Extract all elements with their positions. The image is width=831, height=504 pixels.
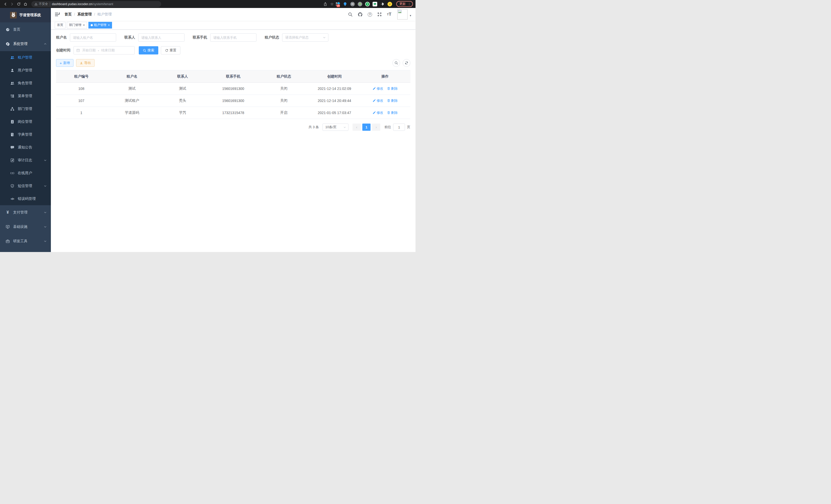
dot-extension-icon[interactable] — [358, 2, 362, 6]
share-icon[interactable] — [322, 1, 328, 7]
delete-link[interactable]: 删除 — [387, 98, 398, 103]
goto-page-input[interactable] — [393, 124, 405, 131]
cell-tenant-name: 芋道源码 — [107, 107, 157, 119]
chat-extension-icon[interactable] — [373, 2, 377, 6]
edit-link[interactable]: 修改 — [373, 111, 383, 115]
close-icon[interactable]: × — [108, 23, 110, 27]
tab-label: 首页 — [57, 23, 63, 27]
user-menu[interactable]: ▼ — [397, 9, 412, 20]
sidebar-item-system[interactable]: 系统管理 — [0, 37, 51, 51]
sidebar-logo[interactable]: 芋道管理系统 — [0, 8, 51, 22]
y-extension-icon[interactable]: Y — [365, 2, 370, 6]
cell-status: 关闭 — [258, 95, 309, 107]
close-icon[interactable]: × — [83, 23, 85, 27]
sidebar-item-devtools[interactable]: 研发工具 — [0, 234, 51, 248]
sidebar-item-post[interactable]: 岗位管理 — [0, 115, 51, 128]
field-label: 联系人 — [124, 35, 138, 40]
add-button[interactable]: + 新增 — [56, 59, 74, 67]
pagination: 共 3 条 10条/页 ‹ 1 › 前往 页 — [56, 124, 410, 131]
roles-users-icon — [10, 81, 15, 85]
sidebar-item-sms[interactable]: 短信管理 — [0, 180, 51, 192]
code-icon: </> — [10, 197, 15, 200]
total-count: 共 3 条 — [309, 125, 319, 129]
sidebar-item-audit-log[interactable]: 审计日志 — [0, 154, 51, 167]
ext-inner-dot — [359, 3, 361, 5]
export-button[interactable]: 导出 — [76, 59, 94, 67]
cell-mobile: 15601691300 — [208, 83, 258, 95]
sidebar-item-tenant[interactable]: 租户管理 — [0, 51, 51, 64]
edit-link[interactable]: 修改 — [373, 98, 383, 103]
fullscreen-icon[interactable] — [377, 12, 382, 17]
tenant-name-input[interactable] — [70, 33, 116, 41]
sidebar-item-online-user[interactable]: 在线用户 — [0, 167, 51, 180]
font-size-icon[interactable]: TT — [387, 12, 391, 17]
breadcrumb-home[interactable]: 首页 — [64, 12, 72, 17]
refresh-table-button[interactable] — [403, 59, 410, 67]
reset-button[interactable]: 重置 — [161, 46, 180, 55]
breadcrumb-section[interactable]: 系统管理 — [77, 12, 92, 17]
date-range-picker[interactable]: 开始日期 - 结束日期 — [74, 46, 135, 55]
github-icon[interactable] — [358, 12, 363, 17]
reload-icon[interactable] — [16, 1, 22, 7]
table-row: 107 测试租户 秃头 15601691300 关闭 2021-12-14 20… — [56, 95, 410, 107]
next-page-button[interactable]: › — [372, 124, 380, 131]
help-icon[interactable]: ? — [368, 12, 372, 17]
sidebar-item-infra[interactable]: 基础设施 — [0, 219, 51, 234]
chrome-update-button[interactable]: 更新 ⋮ — [396, 1, 413, 7]
delete-link[interactable]: 删除 — [387, 111, 398, 115]
end-date-placeholder: 结束日期 — [101, 48, 115, 53]
map-pin-extension-icon[interactable] — [343, 2, 347, 6]
chevron-down-icon — [44, 211, 47, 214]
browser-menu-icon[interactable]: ⋮ — [407, 2, 411, 6]
gear-icon — [6, 42, 10, 46]
sidebar-item-dict[interactable]: 字典管理 — [0, 128, 51, 141]
contact-input[interactable] — [138, 33, 184, 41]
status-select[interactable]: 请选择租户状态 — [282, 33, 328, 41]
calendar-icon — [76, 49, 80, 52]
chevron-down-icon — [323, 36, 326, 39]
briefcase-icon — [6, 239, 10, 243]
sidebar-item-menu[interactable]: 菜单管理 — [0, 90, 51, 102]
filter-mobile: 联系手机 — [193, 33, 256, 41]
tab-dept[interactable]: 部门管理× — [67, 22, 87, 29]
command-extension-icon[interactable]: ⌘ — [350, 2, 355, 6]
header-search-icon[interactable] — [348, 12, 353, 17]
search-button[interactable]: 搜索 — [139, 46, 158, 55]
sidebar-item-role[interactable]: 角色管理 — [0, 77, 51, 90]
sidebar-item-notice[interactable]: 通知公告 — [0, 141, 51, 154]
field-label: 创建时间 — [56, 48, 74, 53]
prev-page-button[interactable]: ‹ — [352, 124, 361, 131]
font-small-glyph: T — [387, 13, 389, 16]
back-icon[interactable] — [3, 1, 8, 7]
dictionary-book-icon — [10, 132, 15, 137]
edit-link[interactable]: 修改 — [373, 86, 383, 91]
security-warning[interactable]: 不安全 — [34, 2, 48, 6]
cell-mobile: 15601691300 — [208, 95, 258, 107]
puzzle-extensions-icon[interactable] — [380, 2, 385, 6]
tab-tenant[interactable]: 租户管理× — [88, 22, 112, 29]
tab-home[interactable]: 首页 — [55, 22, 65, 29]
mobile-input[interactable] — [210, 33, 256, 41]
extensions-bar: 10 ⌘ Y — [336, 2, 392, 6]
toggle-search-button[interactable] — [392, 59, 400, 67]
forward-icon[interactable] — [9, 1, 15, 7]
col-tenant-name: 租户名 — [107, 70, 157, 83]
cell-status: 关闭 — [258, 83, 309, 95]
sidebar-item-pay[interactable]: ¥ 支付管理 — [0, 205, 51, 219]
edit-icon — [373, 87, 376, 90]
delete-link[interactable]: 删除 — [387, 86, 398, 91]
page-size-select[interactable]: 10条/页 — [322, 124, 348, 131]
bookmark-star-icon[interactable]: ☆ — [329, 1, 335, 7]
sidebar-item-home[interactable]: 首页 — [0, 22, 51, 37]
sidebar-item-error-code[interactable]: </> 错误码管理 — [0, 192, 51, 205]
home-icon[interactable] — [23, 1, 28, 7]
sidebar-item-dept[interactable]: 部门管理 — [0, 102, 51, 115]
field-label: 租户名 — [56, 35, 70, 40]
browser-toolbar: 不安全 dashboard.yudao.iocoder.cn/system/te… — [0, 0, 416, 8]
page-number-active[interactable]: 1 — [362, 124, 371, 131]
address-bar[interactable]: 不安全 dashboard.yudao.iocoder.cn/system/te… — [31, 1, 161, 7]
sidebar-item-user[interactable]: 用户管理 — [0, 64, 51, 77]
password-extension-icon[interactable]: 10 — [336, 2, 340, 6]
sidebar-collapse-icon[interactable] — [55, 12, 60, 17]
profile-avatar-icon[interactable] — [388, 2, 392, 6]
